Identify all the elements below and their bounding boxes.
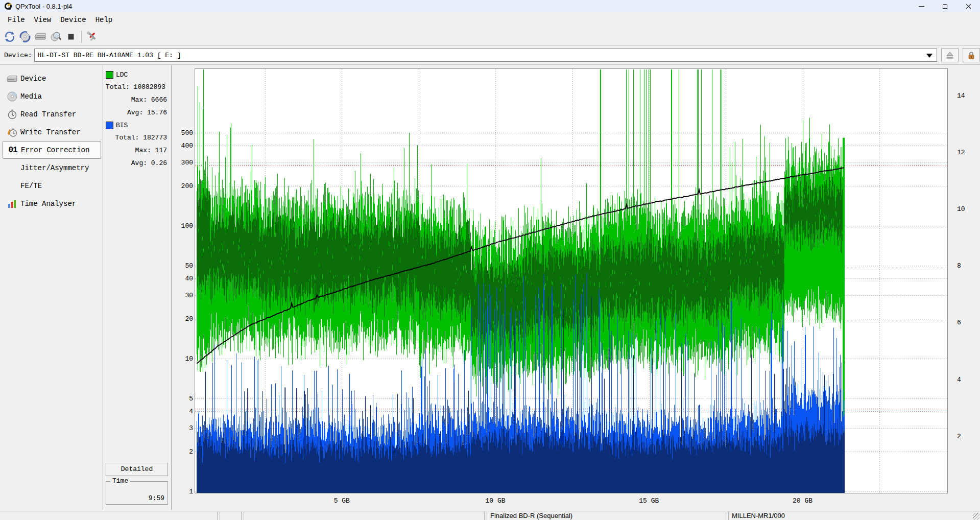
x-tick-label: 15 GB <box>639 497 659 505</box>
menu-view[interactable]: View <box>30 14 56 26</box>
sidebar-nav: Device Media Read Transfer Write Transfe… <box>1 65 103 510</box>
bis-legend-label: BIS <box>116 122 128 129</box>
scan-disc-button[interactable] <box>48 29 63 44</box>
y-right-tick-label: 10 <box>957 205 965 213</box>
stopwatch-fire-icon <box>6 127 18 138</box>
status-bar: Finalized BD-R (Sequential) MILLEN-MR1/0… <box>0 511 980 520</box>
blank-icon <box>6 180 18 192</box>
y-right-tick-label: 6 <box>957 319 961 326</box>
error-scan-plot <box>195 68 948 493</box>
close-icon <box>966 4 971 9</box>
y-left-tick-label: 40 <box>185 275 193 282</box>
status-cell-3 <box>244 512 485 520</box>
window-title: QPxTool - 0.8.1-pl4 <box>15 3 72 10</box>
x-tick-label: 10 GB <box>485 497 505 505</box>
disc-refresh-icon <box>19 31 31 43</box>
close-button[interactable] <box>957 0 980 12</box>
sidebar-item-label: Time Analyser <box>20 200 76 208</box>
menu-help[interactable]: Help <box>91 14 117 26</box>
ldc-total: Total: 10882893 <box>106 81 168 93</box>
sidebar-item-jitter-asymmetry[interactable]: Jitter/Asymmetry <box>1 159 103 177</box>
y-left-tick-label: 400 <box>181 142 193 150</box>
sidebar-item-label: Media <box>20 92 42 101</box>
sidebar-item-fe-te[interactable]: FE/TE <box>1 177 103 195</box>
blank-icon <box>6 162 18 174</box>
error-chart-canvas <box>195 69 947 493</box>
ldc-color-swatch <box>106 71 113 79</box>
y-right-tick-label: 8 <box>957 262 961 270</box>
toolbar-separator <box>81 31 82 43</box>
time-groupbox: Time 9:59 <box>106 481 168 505</box>
maximize-icon <box>943 4 947 9</box>
title-bar[interactable]: QPxTool - 0.8.1-pl4 <box>0 0 980 12</box>
y-left-tick-label: 300 <box>181 158 193 166</box>
y-axis-right-labels: 1412108642 <box>957 65 980 511</box>
status-media-type: Finalized BD-R (Sequential) <box>487 512 726 520</box>
y-axis-left-labels: 500400300200100504030201054321 <box>172 65 193 511</box>
y-left-tick-label: 10 <box>185 355 193 363</box>
y-right-tick-label: 12 <box>957 148 965 156</box>
stats-panel: LDC Total: 10882893 Max: 6666 Avg: 15.76… <box>104 65 172 510</box>
lock-button[interactable] <box>963 48 980 62</box>
drive-tray-icon <box>34 31 46 43</box>
rescan-bus-button[interactable] <box>2 29 17 44</box>
menu-bar: File View Device Help <box>0 12 980 28</box>
bis-total: Total: 182773 <box>106 131 168 144</box>
lock-icon <box>967 51 975 60</box>
eject-button[interactable] <box>941 48 959 62</box>
sidebar-item-label: Device <box>20 75 46 83</box>
preferences-button[interactable] <box>84 29 100 44</box>
chevron-down-icon <box>926 54 933 58</box>
device-combobox-value: HL-DT-ST BD-RE BH-A10AME 1.03 [ E: ] <box>38 52 181 59</box>
tool-bar <box>0 28 980 46</box>
y-left-tick-label: 2 <box>189 447 193 455</box>
sidebar-item-label: Jitter/Asymmetry <box>20 164 89 172</box>
sidebar-item-media[interactable]: Media <box>1 87 103 105</box>
device-combobox[interactable]: HL-DT-ST BD-RE BH-A10AME 1.03 [ E: ] <box>34 49 938 62</box>
y-right-tick-label: 4 <box>957 375 961 383</box>
sidebar-item-device[interactable]: Device <box>1 69 103 87</box>
status-media-id: MILLEN-MR1/000 <box>728 512 980 520</box>
qpxtool-window: QPxTool - 0.8.1-pl4 File View Device Hel… <box>0 0 980 520</box>
magnifier-disc-icon <box>50 31 62 43</box>
y-left-tick-label: 5 <box>189 395 193 403</box>
x-tick-label: 20 GB <box>793 497 812 505</box>
sidebar-item-error-correction[interactable]: 01 Error Correction <box>3 141 101 159</box>
resize-grip-icon[interactable] <box>973 513 979 519</box>
stop-button[interactable] <box>63 29 79 44</box>
minimize-icon <box>919 6 924 7</box>
minimize-button[interactable] <box>910 0 933 12</box>
bis-color-swatch <box>106 122 113 129</box>
detailed-button[interactable]: Detailed <box>106 463 168 476</box>
refresh-icon <box>4 31 16 43</box>
bis-legend: BIS <box>106 119 168 131</box>
eject-tray-button[interactable] <box>33 29 48 44</box>
menu-device[interactable]: Device <box>56 14 90 26</box>
y-left-tick-label: 4 <box>189 408 193 415</box>
status-cell-1 <box>0 512 218 520</box>
y-left-tick-label: 3 <box>189 424 193 432</box>
stop-icon <box>65 31 77 43</box>
x-tick-label: 5 GB <box>334 497 350 505</box>
menu-file[interactable]: File <box>3 14 30 26</box>
sidebar-item-time-analyser[interactable]: Time Analyser <box>1 195 103 212</box>
bis-max: Max: 117 <box>106 144 168 157</box>
ldc-avg: Avg: 15.76 <box>106 106 168 119</box>
ldc-legend: LDC <box>106 68 168 81</box>
stopwatch-icon <box>6 109 18 120</box>
sidebar-item-read-transfer[interactable]: Read Transfer <box>1 105 103 123</box>
maximize-button[interactable] <box>933 0 957 12</box>
sidebar-item-write-transfer[interactable]: Write Transfer <box>1 123 103 141</box>
reload-media-button[interactable] <box>17 29 33 44</box>
text-01-icon: 01 <box>7 145 19 156</box>
y-left-tick-label: 20 <box>185 315 193 322</box>
sidebar-item-label: Read Transfer <box>20 110 76 119</box>
time-group-label: Time <box>110 477 130 485</box>
y-left-tick-label: 30 <box>185 291 193 299</box>
eject-icon <box>945 51 954 59</box>
sidebar-item-label: Error Correction <box>21 146 89 154</box>
status-cell-2 <box>220 512 242 520</box>
y-left-tick-label: 100 <box>181 222 193 230</box>
chart-panel: 500400300200100504030201054321 141210864… <box>172 65 980 511</box>
y-right-tick-label: 2 <box>957 432 961 440</box>
